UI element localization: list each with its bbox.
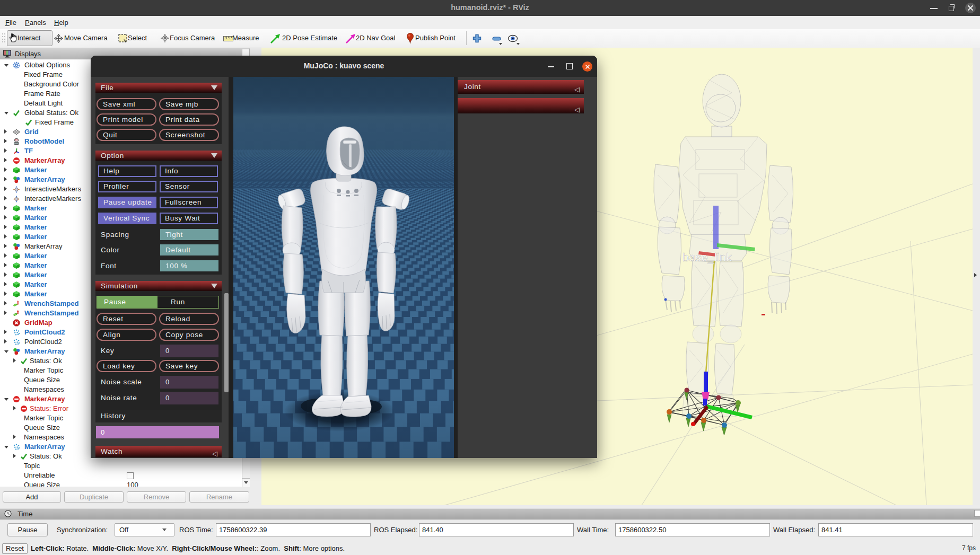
svg-text:base_link: base_link [682, 251, 732, 264]
